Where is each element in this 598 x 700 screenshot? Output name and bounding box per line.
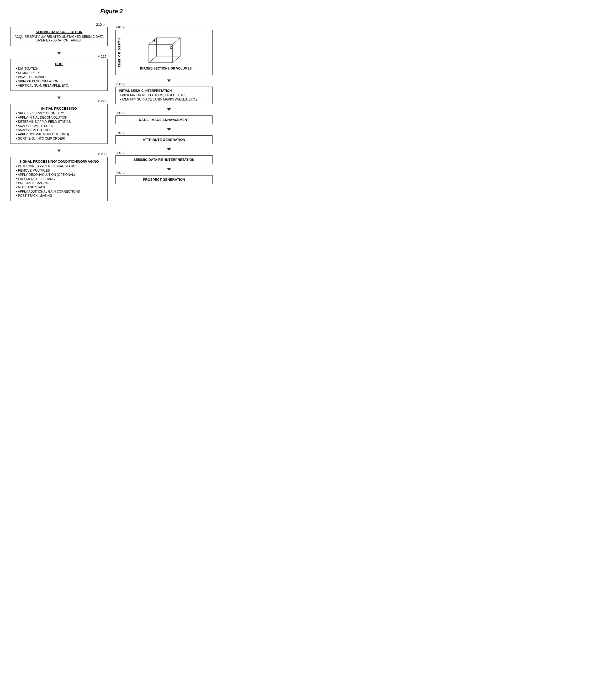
arrow-260-270 xyxy=(116,124,213,131)
3d-volume-svg: Y X xyxy=(144,32,188,67)
figure-title: Figure 2 xyxy=(10,8,213,15)
list-item: DETERMINE/APPLY FIELD STATICS xyxy=(16,120,104,124)
list-item: REMOVE MULTIPLES xyxy=(16,169,104,172)
box-270: ATTRIBUTE GENERATION xyxy=(116,135,213,144)
list-item: DIGITIZATION xyxy=(16,67,104,71)
imaged-label: IMAGED SECTIONS OR VOLUMES xyxy=(140,67,192,70)
arrow-210-215 xyxy=(10,46,107,55)
label-220: ↗ 220 xyxy=(97,99,106,103)
arrow-line xyxy=(59,144,59,150)
list-item: APPLY ADDITIONAL GAIN CORRECTIONS xyxy=(16,190,104,193)
label-290: 290 ↘ xyxy=(116,171,125,175)
label-215: ↗ 215 xyxy=(97,55,106,58)
box-210: SEISMIC DATA COLLECTION ACQUIRE SPATIALL… xyxy=(10,27,107,46)
list-item: ANALYZE VELOCITIES xyxy=(16,128,104,132)
arrow-line xyxy=(59,46,59,52)
box-280-title: SEISMIC DATA RE- INTERPRETATION xyxy=(133,158,195,161)
label-230: ↗ 230 xyxy=(97,152,106,156)
figure-container: Figure 2 210 ↗ SEISMIC DATA COLLECTION A… xyxy=(10,8,213,201)
list-item: WAVLET SHAPING xyxy=(16,75,104,79)
arrow-head xyxy=(57,52,61,55)
box-270-title: ATTRIBUTE GENERATION xyxy=(143,138,185,142)
box-250-title: INITIAL SEISMIC INTERPRETATION xyxy=(119,89,209,93)
list-item: DEMULTIPLEX xyxy=(16,71,104,75)
list-item: VERTICAL SUM, RESAMPLE, ETC. xyxy=(16,84,104,88)
box-215-title: EDIT xyxy=(15,62,104,66)
arrow-head xyxy=(57,97,61,99)
list-item: APPLY INITIAL DECONVOLUTION xyxy=(16,116,104,119)
list-item: PICK MAJOR REFLECTORS, FAULTS, ETC. xyxy=(120,93,209,97)
list-item: POST STACK IMAGING xyxy=(16,194,104,198)
svg-text:X: X xyxy=(170,46,172,50)
3d-box-area: Y X IMAGED SECTIONS OR VOLUMES xyxy=(122,32,210,72)
arrow-head xyxy=(57,150,61,152)
list-item: APPLY NORMAL MOVEOUT (NMO) xyxy=(16,132,104,136)
label-240: 240 ↘ xyxy=(116,25,125,29)
box-215-list: DIGITIZATION DEMULTIPLEX WAVLET SHAPING … xyxy=(15,67,104,88)
vert-time-depth-label: TIME OR DEPTH xyxy=(118,38,121,67)
box-220-list: SPECIFY SURVEY GEOMETRY APPLY INITIAL DE… xyxy=(15,111,104,140)
list-item: DETERMINE/APPLY RESIDUAL STATICS xyxy=(16,165,104,168)
box-210-subtitle: ACQUIRE SPATIALLY RELATED UNSTACKED SEIS… xyxy=(15,35,104,42)
box-220-title: INITIAL PROCESSING xyxy=(15,106,104,110)
box-220: INITIAL PROCESSING SPECIFY SURVEY GEOMET… xyxy=(10,104,107,144)
box-280: SEISMIC DATA RE- INTERPRETATION xyxy=(116,155,213,164)
list-item: PRESTACK IMAGING xyxy=(16,181,104,185)
box-250-list: PICK MAJOR REFLECTORS, FAULTS, ETC. IDEN… xyxy=(119,93,209,101)
label-270: 270 ↘ xyxy=(116,131,125,135)
svg-marker-2 xyxy=(149,56,180,63)
list-item: MUTE AND STACK xyxy=(16,185,104,189)
list-item: IDENTIFY SURFACE LAND- MARKS (WELLS, ETC… xyxy=(120,98,209,101)
box-260: DATA / IMAGE ENHANCEMENT xyxy=(116,116,213,124)
svg-line-4 xyxy=(172,38,180,44)
label-260: 260 ↘ xyxy=(116,111,125,115)
box-250: INITIAL SEISMIC INTERPRETATION PICK MAJO… xyxy=(116,86,213,104)
box-290-title: PROSPECT GENERATION xyxy=(143,178,185,181)
arrow-250-260 xyxy=(116,104,213,111)
list-item: FREQUENCY FILTERING xyxy=(16,177,104,181)
arrow-240-250 xyxy=(116,75,213,82)
box-290: PROSPECT GENERATION xyxy=(116,175,213,184)
list-item: SORT (E.G., INTO CMP ORDER) xyxy=(16,137,104,140)
list-item: SPECIFY SURVEY GEOMETRY xyxy=(16,111,104,115)
main-layout: 210 ↗ SEISMIC DATA COLLECTION ACQUIRE SP… xyxy=(10,23,213,201)
box-210-title: SEISMIC DATA COLLECTION xyxy=(15,30,104,34)
svg-text:Y: Y xyxy=(153,39,156,43)
label-210: 210 ↗ xyxy=(96,23,106,26)
label-250: 250 ↘ xyxy=(116,82,125,86)
arrow-220-230 xyxy=(10,144,107,152)
box-230-title: SIGNAL PROCESSING/ CONDITIONING/IMAGING xyxy=(15,159,104,164)
left-column: 210 ↗ SEISMIC DATA COLLECTION ACQUIRE SP… xyxy=(10,23,107,201)
list-item: VIBROSEIS CORRELATION xyxy=(16,79,104,83)
list-item: ANALYZE AMPLITUDES xyxy=(16,124,104,128)
arrow-215-220 xyxy=(10,91,107,99)
box-215: EDIT DIGITIZATION DEMULTIPLEX WAVLET SHA… xyxy=(10,59,107,91)
arrow-270-280 xyxy=(116,144,213,151)
arrow-line xyxy=(59,91,59,97)
list-item: APPLY DECONVOLUTION (OPTIONAL) xyxy=(16,173,104,177)
arrow-280-290 xyxy=(116,164,213,171)
box-260-title: DATA / IMAGE ENHANCEMENT xyxy=(139,118,189,122)
label-280: 280 ↘ xyxy=(116,151,125,155)
box-230: SIGNAL PROCESSING/ CONDITIONING/IMAGING … xyxy=(10,157,107,201)
box-240: TIME OR DEPTH xyxy=(116,30,213,75)
right-column: 240 ↘ TIME OR DEPTH xyxy=(116,25,213,184)
box-230-list: DETERMINE/APPLY RESIDUAL STATICS REMOVE … xyxy=(15,165,104,198)
